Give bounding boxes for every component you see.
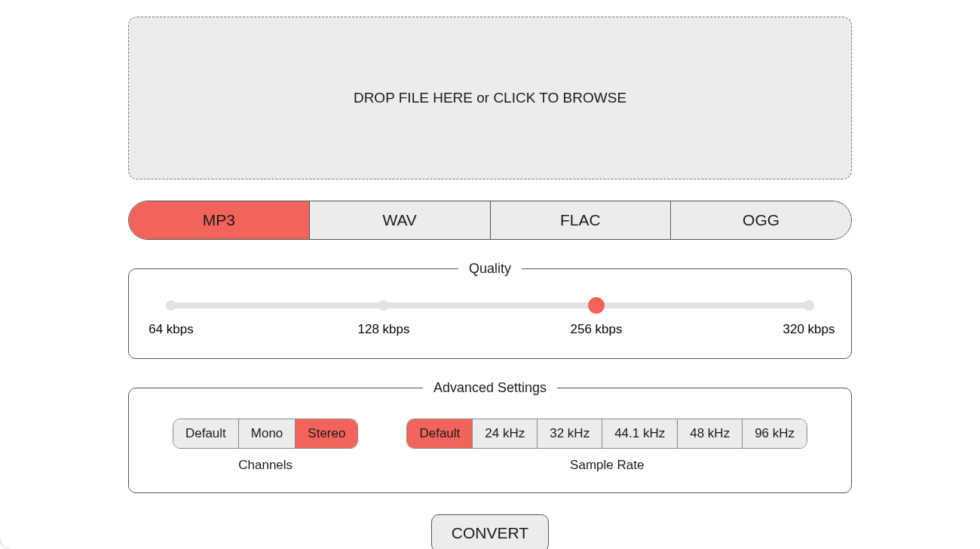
channels-mono-button[interactable]: Mono — [239, 419, 296, 448]
advanced-settings-fieldset: Advanced Settings Default Mono Stereo Ch… — [128, 380, 852, 493]
advanced-legend: Advanced Settings — [423, 380, 557, 396]
sample-rate-441-button[interactable]: 44.1 kHz — [602, 419, 678, 448]
format-wav-button[interactable]: WAV — [310, 201, 491, 239]
format-ogg-button[interactable]: OGG — [671, 201, 851, 239]
quality-stop-128[interactable] — [378, 300, 389, 311]
channels-stereo-button[interactable]: Stereo — [296, 419, 357, 448]
quality-fieldset: Quality 64 kbps 128 kbps 256 kbps 320 kb… — [128, 261, 852, 359]
quality-stop-320[interactable] — [804, 300, 814, 311]
quality-label-1: 128 kbps — [357, 322, 409, 337]
file-dropzone[interactable]: DROP FILE HERE or CLICK TO BROWSE — [128, 17, 852, 179]
format-flac-button[interactable]: FLAC — [491, 201, 672, 239]
channels-label: Channels — [238, 458, 292, 473]
dropzone-text: DROP FILE HERE or CLICK TO BROWSE — [354, 90, 626, 106]
quality-legend: Quality — [458, 261, 522, 277]
quality-stop-64[interactable] — [166, 300, 176, 311]
format-mp3-button[interactable]: MP3 — [129, 201, 310, 239]
sample-rate-32-button[interactable]: 32 kHz — [537, 419, 602, 448]
channels-group: Default Mono Stereo Channels — [173, 419, 359, 473]
sample-rate-24-button[interactable]: 24 kHz — [473, 419, 537, 448]
convert-button[interactable]: CONVERT — [431, 514, 549, 549]
quality-label-2: 256 kbps — [570, 322, 622, 337]
sample-rate-96-button[interactable]: 96 kHz — [743, 419, 807, 448]
sample-rate-label: Sample Rate — [570, 458, 644, 473]
quality-stop-256[interactable] — [588, 297, 605, 314]
sample-rate-selector: Default 24 kHz 32 kHz 44.1 kHz 48 kHz 96… — [406, 419, 807, 449]
converter-panel: DROP FILE HERE or CLICK TO BROWSE MP3 WA… — [128, 0, 852, 549]
quality-label-3: 320 kbps — [783, 322, 835, 337]
convert-row: CONVERT — [128, 514, 852, 549]
quality-label-0: 64 kbps — [149, 322, 194, 337]
sample-rate-group: Default 24 kHz 32 kHz 44.1 kHz 48 kHz 96… — [406, 419, 807, 473]
sample-rate-48-button[interactable]: 48 kHz — [678, 419, 743, 448]
format-selector: MP3 WAV FLAC OGG — [128, 201, 852, 240]
quality-slider[interactable] — [171, 302, 809, 308]
quality-labels: 64 kbps 128 kbps 256 kbps 320 kbps — [171, 322, 809, 340]
sample-rate-default-button[interactable]: Default — [407, 419, 473, 448]
channels-selector: Default Mono Stereo — [173, 419, 359, 449]
channels-default-button[interactable]: Default — [173, 419, 239, 448]
